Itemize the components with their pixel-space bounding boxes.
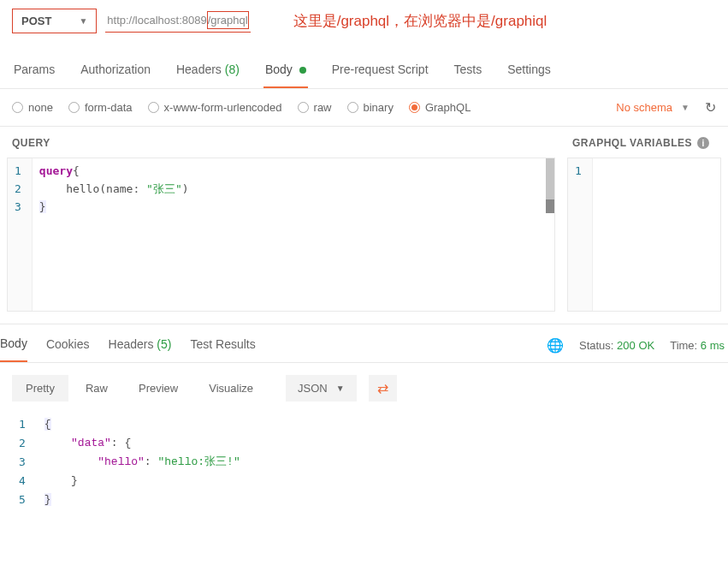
time-group: Time: 6 ms — [670, 339, 725, 352]
format-select[interactable]: JSON ▼ — [286, 375, 357, 401]
schema-label: No schema — [616, 101, 672, 114]
body-indicator-icon — [299, 67, 306, 74]
radio-icon — [148, 102, 159, 113]
view-pretty[interactable]: Pretty — [12, 375, 68, 401]
query-gutter: 123 — [8, 158, 33, 311]
view-raw[interactable]: Raw — [72, 375, 121, 401]
response-body: 12345 { "data": { "hello": "hello:张三!" }… — [0, 413, 728, 511]
radio-icon — [68, 102, 80, 113]
view-preview[interactable]: Preview — [125, 375, 192, 401]
tab-prerequest[interactable]: Pre-request Script — [330, 56, 430, 88]
vars-editor-title: GRAPHQL VARIABLES i — [567, 127, 721, 158]
http-method-select[interactable]: POST ▼ — [12, 9, 97, 33]
query-editor-title: QUERY — [7, 127, 555, 158]
radio-none[interactable]: none — [12, 101, 53, 114]
vars-gutter: 1 — [568, 158, 593, 311]
body-type-radios: none form-data x-www-form-urlencoded raw… — [0, 89, 728, 127]
radio-icon — [12, 102, 23, 113]
response-toolbar: Pretty Raw Preview Visualize JSON ▼ ⇄ — [0, 363, 728, 413]
tab-body[interactable]: Body — [263, 56, 308, 88]
chevron-down-icon: ▼ — [681, 103, 690, 112]
tab-headers-label: Headers — [176, 62, 222, 76]
refresh-schema-icon[interactable]: ↻ — [705, 99, 716, 116]
url-input[interactable]: http://localhost:8089/graphql — [105, 10, 250, 33]
radio-raw[interactable]: raw — [298, 101, 332, 114]
tab-params[interactable]: Params — [12, 56, 56, 88]
url-path-highlight: /graphql — [207, 11, 249, 29]
request-tabs: Params Authorization Headers (8) Body Pr… — [0, 49, 728, 89]
rtab-cookies[interactable]: Cookies — [46, 329, 90, 361]
radio-icon — [298, 102, 309, 113]
tab-tests[interactable]: Tests — [453, 56, 484, 88]
response-code[interactable]: { "data": { "hello": "hello:张三!" } } — [38, 413, 247, 511]
tab-headers-count: (8) — [225, 62, 240, 76]
chevron-down-icon: ▼ — [79, 16, 87, 26]
status-group: Status: 200 OK — [579, 339, 654, 352]
wrap-lines-icon[interactable]: ⇄ — [369, 375, 397, 401]
rtab-body[interactable]: Body — [0, 328, 27, 362]
globe-icon[interactable]: 🌐 — [547, 337, 564, 354]
vars-editor[interactable]: 1 — [567, 158, 721, 312]
radio-formdata[interactable]: form-data — [68, 101, 133, 114]
view-visualize[interactable]: Visualize — [195, 375, 267, 401]
tab-headers[interactable]: Headers (8) — [175, 56, 241, 88]
response-tabs: Body Cookies Headers (5) Test Results 🌐 … — [0, 324, 728, 363]
annotation-text: 这里是/graphql，在浏览器中是/graphiql — [293, 11, 547, 31]
radio-binary[interactable]: binary — [347, 101, 394, 114]
response-gutter: 12345 — [12, 413, 38, 511]
chevron-down-icon: ▼ — [336, 384, 345, 393]
tab-settings[interactable]: Settings — [506, 56, 553, 88]
radio-graphql[interactable]: GraphQL — [409, 101, 471, 114]
vars-code — [593, 158, 720, 311]
schema-select[interactable]: No schema ▼ — [616, 101, 690, 114]
radio-icon — [409, 102, 420, 113]
url-base: http://localhost:8089 — [107, 14, 206, 27]
scrollbar-thumb[interactable] — [546, 199, 554, 213]
tab-authorization[interactable]: Authorization — [79, 56, 152, 88]
query-code: query{ hello(name: "张三") } — [33, 158, 554, 311]
rtab-headers[interactable]: Headers (5) — [109, 329, 172, 361]
tab-body-label: Body — [265, 62, 293, 76]
query-editor[interactable]: 123 query{ hello(name: "张三") } — [7, 158, 555, 312]
info-icon[interactable]: i — [697, 137, 709, 149]
radio-icon — [347, 102, 358, 113]
rtab-test-results[interactable]: Test Results — [190, 329, 255, 361]
radio-urlencoded[interactable]: x-www-form-urlencoded — [148, 101, 282, 114]
http-method-label: POST — [21, 15, 51, 27]
